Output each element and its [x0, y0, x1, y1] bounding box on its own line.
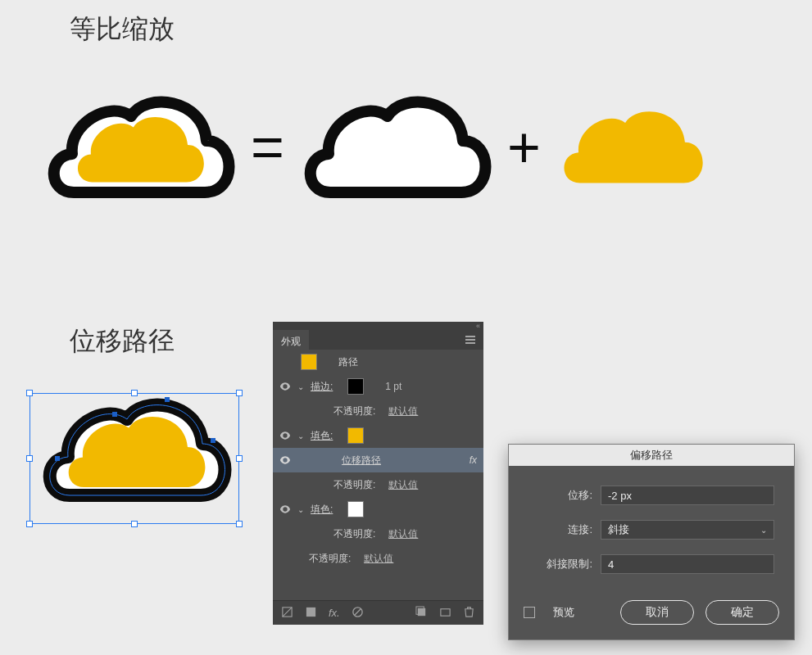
collapse-caret-icon[interactable]: ⌄: [297, 505, 306, 514]
anchor-point[interactable]: [112, 412, 117, 417]
opacity-label: 不透明度:: [333, 527, 375, 541]
selected-cloud-artboard[interactable]: [25, 377, 246, 540]
opacity-value[interactable]: 默认值: [388, 478, 418, 492]
ok-button[interactable]: 确定: [705, 600, 779, 625]
offset-input[interactable]: -2 px: [601, 486, 774, 505]
anchor-point[interactable]: [165, 397, 170, 402]
no-selection-icon[interactable]: [281, 606, 293, 621]
fill2-opacity-row[interactable]: 不透明度: 默认值: [273, 522, 483, 546]
miter-limit-label: 斜接限制:: [528, 557, 592, 571]
collapse-icon[interactable]: «: [476, 322, 480, 330]
object-opacity-row[interactable]: 不透明度: 默认值: [273, 546, 483, 571]
handle-w[interactable]: [26, 455, 33, 462]
panel-menu-icon[interactable]: [457, 330, 483, 350]
miter-limit-input[interactable]: 4: [601, 554, 774, 574]
fill-swatch-icon[interactable]: [347, 427, 364, 444]
offset-value: -2 px: [608, 490, 632, 502]
join-label: 连接:: [528, 522, 592, 537]
collapse-caret-icon[interactable]: ⌄: [297, 431, 306, 440]
appearance-fill1-row[interactable]: ⌄ 填色:: [273, 423, 483, 448]
visibility-eye-icon[interactable]: [278, 502, 293, 517]
offset-path-effect-label[interactable]: 位移路径: [342, 454, 381, 468]
cloud-equation-row: = +: [41, 66, 710, 229]
appearance-panel: « 外观 路径 ⌄ 描边: 1 pt 不透明度: 默认值 ⌄ 填色:: [273, 322, 483, 625]
opacity-value[interactable]: 默认值: [364, 552, 393, 566]
stroke-opacity-row[interactable]: 不透明度: 默认值: [273, 399, 483, 423]
miter-limit-value: 4: [608, 558, 614, 571]
stroke-swatch-icon[interactable]: [347, 378, 364, 395]
appearance-panel-footer: fx.: [273, 600, 483, 625]
fill-label[interactable]: 填色:: [311, 429, 333, 443]
preview-label: 预览: [553, 605, 574, 620]
appearance-stroke-row[interactable]: ⌄ 描边: 1 pt: [273, 374, 483, 399]
panel-collapse-bar[interactable]: «: [273, 322, 483, 330]
dialog-title: 偏移路径: [509, 445, 794, 466]
opacity-value[interactable]: 默认值: [388, 404, 418, 418]
cloud-outline-icon: [297, 66, 494, 229]
fx-indicator: fx: [470, 454, 477, 466]
offset-path-effect-row[interactable]: 位移路径 fx: [273, 448, 483, 472]
fill-label[interactable]: 填色:: [311, 503, 333, 517]
stroke-label[interactable]: 描边:: [311, 380, 333, 394]
appearance-target-row[interactable]: 路径: [273, 350, 483, 374]
fill-swatch-icon[interactable]: [347, 501, 364, 517]
appearance-fill2-row[interactable]: ⌄ 填色:: [273, 497, 483, 522]
heading-offset-path: 位移路径: [70, 323, 175, 359]
handle-sw[interactable]: [26, 521, 33, 527]
opacity-value[interactable]: 默认值: [388, 527, 418, 541]
svg-rect-2: [306, 607, 315, 616]
svg-line-4: [354, 608, 361, 615]
visibility-eye-icon[interactable]: [278, 453, 293, 468]
svg-rect-7: [441, 608, 450, 615]
opacity-label: 不透明度:: [333, 478, 375, 492]
new-fill-icon[interactable]: [415, 606, 428, 621]
handle-s[interactable]: [131, 521, 138, 527]
cancel-button[interactable]: 取消: [620, 600, 694, 625]
cloud-combined-icon: [41, 66, 238, 229]
visibility-eye-icon[interactable]: [278, 379, 293, 394]
selection-bounding-box[interactable]: [29, 393, 239, 524]
handle-n[interactable]: [131, 390, 138, 396]
plus-operator: +: [507, 115, 541, 180]
trash-icon[interactable]: [463, 606, 475, 621]
svg-line-1: [283, 607, 292, 616]
target-label: 路径: [338, 355, 358, 369]
clear-icon[interactable]: [352, 606, 364, 621]
target-swatch-icon: [301, 354, 317, 370]
chevron-down-icon: ⌄: [760, 526, 767, 535]
offset-path-dialog: 偏移路径 位移: -2 px 连接: 斜接 ⌄ 斜接限制: 4 预览 取消 确定: [508, 444, 795, 640]
anchor-point[interactable]: [211, 438, 215, 443]
handle-se[interactable]: [236, 521, 243, 527]
join-value: 斜接: [608, 522, 629, 537]
collapse-caret-icon[interactable]: ⌄: [297, 382, 306, 391]
offset-label: 位移:: [528, 488, 592, 503]
stroke-weight-value[interactable]: 1 pt: [385, 381, 401, 392]
handle-nw[interactable]: [26, 390, 33, 396]
opacity-label: 不透明度:: [309, 552, 351, 566]
fill1-opacity-row[interactable]: 不透明度: 默认值: [273, 472, 483, 497]
clear-appearance-icon[interactable]: [305, 606, 317, 621]
handle-e[interactable]: [236, 455, 243, 462]
cloud-yellow-icon: [554, 82, 710, 213]
tab-appearance[interactable]: 外观: [273, 330, 309, 350]
preview-checkbox[interactable]: [524, 607, 535, 618]
anchor-point[interactable]: [55, 456, 60, 461]
new-stroke-icon[interactable]: [439, 606, 451, 621]
fx-menu-icon[interactable]: fx.: [329, 607, 340, 619]
handle-ne[interactable]: [236, 390, 243, 396]
opacity-label: 不透明度:: [333, 404, 375, 418]
visibility-eye-icon[interactable]: [278, 428, 293, 443]
equals-operator: =: [251, 115, 284, 180]
heading-proportional-scale: 等比缩放: [70, 11, 175, 47]
join-select[interactable]: 斜接 ⌄: [601, 520, 774, 540]
